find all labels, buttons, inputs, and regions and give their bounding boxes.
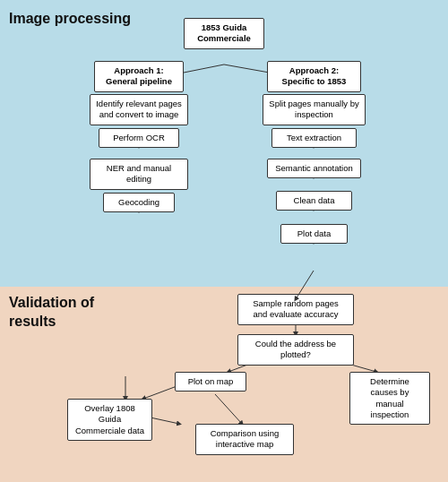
validation-title: Validation of results [9, 294, 125, 331]
approach2-step3: Semantic annotation [267, 159, 361, 178]
svg-line-15 [215, 394, 242, 424]
approach2-step1: Split pages manually by inspection [263, 94, 366, 125]
approach1-label: Approach 1: General pipeline [94, 61, 184, 92]
approach1-step4: Geocoding [103, 193, 175, 212]
image-processing-section: Image processing 1853 Guida Commerciale … [0, 0, 448, 287]
approach2-step4: Clean data [276, 191, 352, 211]
svg-line-17 [143, 385, 179, 399]
top-arrows [0, 18, 448, 305]
comparison-node: Comparison using interactive map [195, 424, 294, 455]
approach1-step3: NER and manual editing [90, 159, 188, 190]
approach2-step2: Text extraction [271, 128, 357, 148]
could-node: Could the address be plotted? [237, 334, 354, 366]
approach1-step2: Perform OCR [99, 128, 179, 148]
plot-on-map-node: Plot on map [175, 372, 246, 392]
overlay-node: Overlay 1808 Guida Commerciale data [67, 399, 152, 441]
determine-node: Determine causes by manual inspection [349, 372, 430, 425]
validation-section: Validation of results Sample random page… [0, 287, 448, 482]
root-node: 1853 Guida Commerciale [184, 18, 264, 49]
approach1-step1: Identify relevant pages and convert to i… [90, 94, 188, 125]
approach2-step5: Plot data [280, 224, 348, 244]
approach2-label: Approach 2: Specific to 1853 [267, 61, 361, 92]
sample-node: Sample random pages and evaluate accurac… [237, 294, 354, 325]
